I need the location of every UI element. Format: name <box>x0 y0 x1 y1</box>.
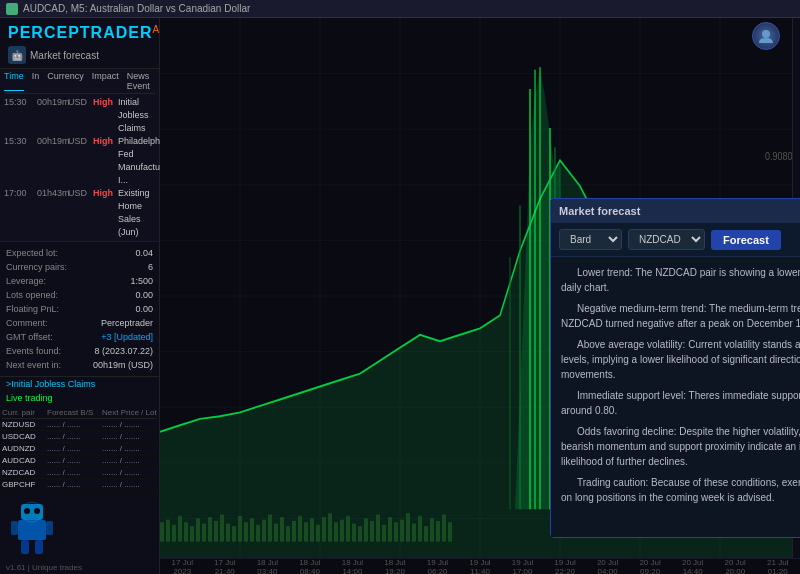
news-dur-2: 00h19m <box>37 135 65 187</box>
timeline-label: 19 Jul 17:00 <box>502 558 543 575</box>
news-item-3: 17:00 01h43m USD High Existing Home Sale… <box>4 187 155 239</box>
app-icon <box>6 3 18 15</box>
news-cur-3: USD <box>68 187 90 239</box>
market-forecast-btn[interactable]: 🤖 Market forecast <box>8 46 151 64</box>
stat-events: Events found: 8 (2023.07.22) <box>6 344 153 358</box>
live-trading[interactable]: Live trading <box>0 391 159 405</box>
forecast-modal-title: Market forecast <box>559 205 640 217</box>
stat-comment: Comment: Perceptrader <box>6 316 153 330</box>
timeline-label: 17 Jul 21:40 <box>205 558 246 575</box>
svg-point-2 <box>34 508 40 514</box>
news-item-1: 15:30 00h19m USD High Initial Jobless Cl… <box>4 96 155 135</box>
timeline-label: 18 Jul 14:00 <box>332 558 373 575</box>
forecast-button[interactable]: Forecast <box>711 230 781 250</box>
window-title: AUDCAD, M5: Australian Dollar vs Canadia… <box>23 3 250 14</box>
forecast-modal: Market forecast × Bard GPT-4 NZDCAD NZDU… <box>550 198 800 538</box>
stat-leverage: Leverage: 1:500 <box>6 274 153 288</box>
news-tabs: Time In Currency Impact News Event <box>4 71 155 94</box>
left-bottom: v1.61 | Unique trades Google's Bard AI M… <box>0 493 159 574</box>
user-avatar[interactable] <box>752 22 780 50</box>
news-time-1: 15:30 <box>4 96 34 135</box>
timeline-label: 18 Jul 19:20 <box>375 558 416 575</box>
timeline-label: 21 Jul 01:20 <box>757 558 798 575</box>
stat-gmt: GMT offset: +3 [Updated] <box>6 330 153 344</box>
timeline-label: 19 Jul 06:20 <box>417 558 458 575</box>
stats-panel: Expected lot: 0.04 Currency pairs: 6 Lev… <box>0 242 159 377</box>
main-layout: PERCEPTRADERAI 🤖 Market forecast Time In… <box>0 18 800 574</box>
news-item-2: 15:30 00h19m USD High Philadelphia Fed M… <box>4 135 155 187</box>
timeline-label: 20 Jul 20:00 <box>715 558 756 575</box>
forecast-para-1: Lower trend: The NZDCAD pair is showing … <box>561 265 800 295</box>
pair-selector[interactable]: NZDCAD NZDUSD USDCAD AUDNZD AUDCAD GBPCH… <box>628 229 705 250</box>
chart-timeline: 17 Jul 2023 17 Jul 21:40 18 Jul 03:40 18… <box>160 558 800 574</box>
news-tab-event[interactable]: News Event <box>127 71 155 91</box>
timeline-label: 20 Jul 04:00 <box>587 558 628 575</box>
forecast-para-4: Immediate support level: Theres immediat… <box>561 388 800 418</box>
news-time-2: 15:30 <box>4 135 34 187</box>
stat-next-event: Next event in: 00h19m (USD) <box>6 358 153 372</box>
svg-rect-7 <box>35 540 43 554</box>
table-header: Curr. pair Forecast B/S Next Price / Lot… <box>2 407 157 419</box>
stat-expected-lot: Expected lot: 0.04 <box>6 246 153 260</box>
title-bar: AUDCAD, M5: Australian Dollar vs Canadia… <box>0 0 800 18</box>
news-time-3: 17:00 <box>4 187 34 239</box>
svg-point-1 <box>24 508 30 514</box>
robot-area <box>0 497 159 557</box>
forecast-para-6: Trading caution: Because of these condit… <box>561 475 800 505</box>
market-forecast-label: Market forecast <box>30 50 99 61</box>
news-tab-in[interactable]: In <box>32 71 40 91</box>
svg-rect-6 <box>21 540 29 554</box>
news-imp-2: High <box>93 135 115 187</box>
news-bar: Time In Currency Impact News Event 15:30… <box>0 69 159 242</box>
chart-area: 0.9020 0.9040 0.9060 0.9080 0.9000 0.898… <box>160 18 800 574</box>
logo-area: PERCEPTRADERAI 🤖 Market forecast <box>0 18 159 69</box>
forecast-para-2: Negative medium-term trend: The medium-t… <box>561 301 800 331</box>
news-desc-1: Initial Jobless Claims <box>118 96 155 135</box>
timeline-label: 20 Jul 14:40 <box>672 558 713 575</box>
robot-figure <box>6 499 66 557</box>
svg-rect-5 <box>46 521 53 535</box>
news-imp-1: High <box>93 96 115 135</box>
news-tab-impact[interactable]: Impact <box>92 71 119 91</box>
version-row: v1.61 | Unique trades <box>0 561 159 574</box>
trades-table: Curr. pair Forecast B/S Next Price / Lot… <box>0 405 159 493</box>
forecast-para-5: Odds favoring decline: Despite the highe… <box>561 424 800 469</box>
next-event-label: >Initial Jobless Claims <box>0 377 159 391</box>
left-panel: PERCEPTRADERAI 🤖 Market forecast Time In… <box>0 18 160 574</box>
forecast-content[interactable]: Lower trend: The NZDCAD pair is showing … <box>551 257 800 537</box>
news-cur-2: USD <box>68 135 90 187</box>
news-tab-time[interactable]: Time <box>4 71 24 91</box>
svg-text:0.9080: 0.9080 <box>765 150 793 162</box>
timeline-label: 17 Jul 2023 <box>162 558 203 575</box>
table-row: AUDCAD ...... / ...... ....... / .......… <box>2 455 157 467</box>
svg-rect-3 <box>18 520 46 540</box>
timeline-label: 19 Jul 11:40 <box>460 558 501 575</box>
timeline-label: 19 Jul 22:20 <box>545 558 586 575</box>
svg-rect-4 <box>11 521 18 535</box>
forecast-para-3: Above average volatility: Current volati… <box>561 337 800 382</box>
timeline-label: 18 Jul 08:40 <box>290 558 331 575</box>
svg-point-89 <box>762 30 770 38</box>
logo: PERCEPTRADERAI <box>8 24 151 42</box>
stat-floating-pnl: Floating PnL: 0.00 <box>6 302 153 316</box>
stat-lots-opened: Lots opened: 0.00 <box>6 288 153 302</box>
timeline-label: 18 Jul 03:40 <box>247 558 288 575</box>
table-row: GBPCHF ...... / ...... ....... / .......… <box>2 479 157 491</box>
stat-currency-pairs: Currency pairs: 6 <box>6 260 153 274</box>
avatar-icon <box>757 27 775 45</box>
table-row: USDCAD ...... / ...... ....... / .......… <box>2 431 157 443</box>
robot-icon: 🤖 <box>8 46 26 64</box>
table-row: NZDCAD ...... / ...... ....... / .......… <box>2 467 157 479</box>
forecast-modal-header[interactable]: Market forecast × <box>551 199 800 223</box>
news-cur-1: USD <box>68 96 90 135</box>
logo-text: PERCEPTRADER <box>8 24 152 41</box>
timeline-label: 20 Jul 09:20 <box>630 558 671 575</box>
ai-selector[interactable]: Bard GPT-4 <box>559 229 622 250</box>
news-dur-3: 01h43m <box>37 187 65 239</box>
news-dur-1: 00h19m <box>37 96 65 135</box>
forecast-controls: Bard GPT-4 NZDCAD NZDUSD USDCAD AUDNZD A… <box>551 223 800 257</box>
table-row: AUDNZD ...... / ...... ....... / .......… <box>2 443 157 455</box>
news-imp-3: High <box>93 187 115 239</box>
version-label: v1.61 | Unique trades <box>6 563 82 572</box>
news-tab-currency[interactable]: Currency <box>47 71 84 91</box>
